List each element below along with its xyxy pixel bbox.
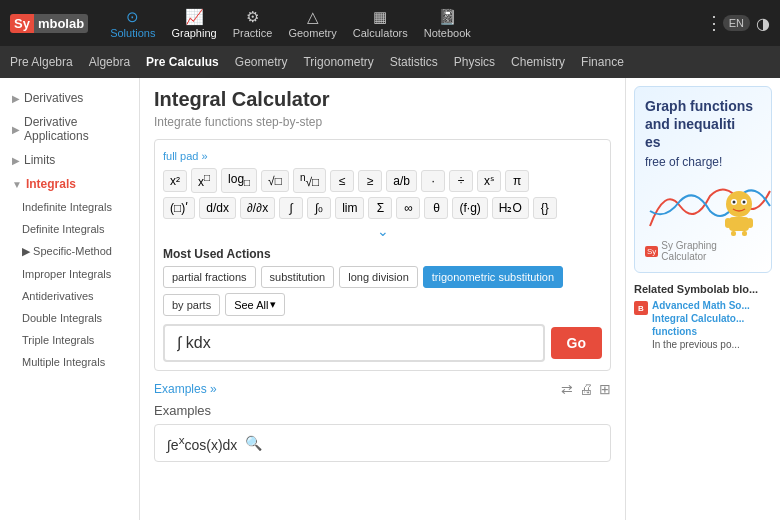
theme-toggle[interactable]: ◑ xyxy=(756,14,770,33)
svg-rect-7 xyxy=(747,218,753,228)
svg-rect-9 xyxy=(742,231,747,236)
sym-pi[interactable]: π xyxy=(505,170,529,192)
sidebar-item-multiple[interactable]: Multiple Integrals xyxy=(0,351,139,373)
graph-visual xyxy=(645,176,761,236)
svg-point-0 xyxy=(726,191,752,217)
more-menu-icon[interactable]: ⋮ xyxy=(705,12,723,34)
download-icon[interactable]: ⊞ xyxy=(599,381,611,397)
print-icon[interactable]: 🖨 xyxy=(579,381,593,397)
dropdown-arrow-icon: ▾ xyxy=(270,298,276,311)
sym-geq[interactable]: ≥ xyxy=(358,170,382,192)
action-substitution[interactable]: substitution xyxy=(261,266,335,288)
sidebar-label-antideriv: Antiderivatives xyxy=(22,290,94,302)
subject-statistics[interactable]: Statistics xyxy=(390,55,438,69)
examples-link[interactable]: Examples » xyxy=(154,382,217,396)
symbol-row-2: (□)ʹ d/dx ∂/∂x ∫ ∫₀ lim Σ ∞ θ (f·g) H₂O … xyxy=(163,197,602,219)
subject-geometry[interactable]: Geometry xyxy=(235,55,288,69)
subject-pre-calculus[interactable]: Pre Calculus xyxy=(146,55,219,69)
examples-icons: ⇄ 🖨 ⊞ xyxy=(561,381,611,397)
sym-log[interactable]: log□ xyxy=(221,168,257,192)
examples-header: Examples » ⇄ 🖨 ⊞ xyxy=(154,381,611,397)
sidebar-item-derivative-apps[interactable]: ▶ Derivative Applications xyxy=(0,110,139,148)
sidebar-item-triple[interactable]: Triple Integrals xyxy=(0,329,139,351)
nav-geometry-label: Geometry xyxy=(288,27,336,39)
nav-geometry[interactable]: △ Geometry xyxy=(288,8,336,39)
sidebar-label-multiple: Multiple Integrals xyxy=(22,356,105,368)
sym-leq[interactable]: ≤ xyxy=(330,170,354,192)
sym-inf[interactable]: ∞ xyxy=(396,197,420,219)
integral-input[interactable] xyxy=(163,324,545,362)
sidebar: ▶ Derivatives ▶ Derivative Applications … xyxy=(0,78,140,520)
notebook-icon: 📓 xyxy=(438,8,457,26)
sym-integral[interactable]: ∫ xyxy=(279,197,303,219)
sidebar-item-indefinite[interactable]: Indefinite Integrals xyxy=(0,196,139,218)
sym-div[interactable]: ÷ xyxy=(449,170,473,192)
sidebar-item-double[interactable]: Double Integrals xyxy=(0,307,139,329)
sidebar-item-specific[interactable]: ▶ Specific-Method xyxy=(0,240,139,263)
subject-trigonometry[interactable]: Trigonometry xyxy=(303,55,373,69)
sym-deriv[interactable]: (□)ʹ xyxy=(163,197,195,219)
subject-chemistry[interactable]: Chemistry xyxy=(511,55,565,69)
nav-notebook[interactable]: 📓 Notebook xyxy=(424,8,471,39)
sidebar-item-limits[interactable]: ▶ Limits xyxy=(0,148,139,172)
sym-partial[interactable]: ∂/∂x xyxy=(240,197,275,219)
subject-finance[interactable]: Finance xyxy=(581,55,624,69)
expand-symbols-button[interactable]: ⌄ xyxy=(163,223,602,239)
sym-frac[interactable]: a/b xyxy=(386,170,417,192)
sym-x2[interactable]: x² xyxy=(163,170,187,192)
nav-notebook-label: Notebook xyxy=(424,27,471,39)
subject-physics[interactable]: Physics xyxy=(454,55,495,69)
sym-defint[interactable]: ∫₀ xyxy=(307,197,331,219)
blog-item[interactable]: B Advanced Math So... Integral Calculato… xyxy=(634,299,772,351)
sym-dot[interactable]: · xyxy=(421,170,445,192)
sidebar-item-definite[interactable]: Definite Integrals xyxy=(0,218,139,240)
input-row: Go xyxy=(163,324,602,362)
subject-algebra[interactable]: Algebra xyxy=(89,55,130,69)
sym-xs[interactable]: xˢ xyxy=(477,170,501,192)
logo[interactable]: Sy mbolab xyxy=(10,14,88,33)
search-icon[interactable]: 🔍 xyxy=(245,435,262,451)
top-nav: Sy mbolab ⊙ Solutions 📈 Graphing ⚙ Pract… xyxy=(0,0,780,46)
go-button[interactable]: Go xyxy=(551,327,602,359)
nav-practice[interactable]: ⚙ Practice xyxy=(233,8,273,39)
nav-calculators[interactable]: ▦ Calculators xyxy=(353,8,408,39)
sym-braces[interactable]: {} xyxy=(533,197,557,219)
sidebar-item-antideriv[interactable]: Antiderivatives xyxy=(0,285,139,307)
sym-x0[interactable]: x□ xyxy=(191,168,217,193)
sidebar-item-integrals[interactable]: ▼ Integrals xyxy=(0,172,139,196)
sym-sum[interactable]: Σ xyxy=(368,197,392,219)
sidebar-item-derivatives[interactable]: ▶ Derivatives xyxy=(0,86,139,110)
sym-ddx[interactable]: d/dx xyxy=(199,197,236,219)
sym-nthroot[interactable]: n√□ xyxy=(293,168,326,193)
sym-fg[interactable]: (f·g) xyxy=(452,197,487,219)
graph-ad: Graph functions and inequalities free of… xyxy=(634,86,772,273)
sidebar-label-integrals: Integrals xyxy=(26,177,76,191)
sym-sqrt[interactable]: √□ xyxy=(261,170,289,192)
sidebar-label-triple: Triple Integrals xyxy=(22,334,94,346)
sidebar-label-improper: Improper Integrals xyxy=(22,268,111,280)
example-item[interactable]: ∫excos(x)dx 🔍 xyxy=(154,424,611,462)
language-toggle[interactable]: EN xyxy=(723,15,750,31)
page-wrapper: Sy mbolab ⊙ Solutions 📈 Graphing ⚙ Pract… xyxy=(0,0,780,520)
fullpad-link[interactable]: full pad » xyxy=(163,150,208,162)
sym-theta[interactable]: θ xyxy=(424,197,448,219)
see-all-button[interactable]: See All ▾ xyxy=(225,293,285,316)
blog-text: Advanced Math So... Integral Calculato..… xyxy=(652,299,772,351)
chevron-down-icon: ▼ xyxy=(12,179,22,190)
action-long-division[interactable]: long division xyxy=(339,266,418,288)
calculators-icon: ▦ xyxy=(373,8,387,26)
share-icon[interactable]: ⇄ xyxy=(561,381,573,397)
blog-icon: B xyxy=(634,301,648,315)
sidebar-item-improper[interactable]: Improper Integrals xyxy=(0,263,139,285)
chevron-right-icon: ▶ xyxy=(12,93,20,104)
nav-graphing[interactable]: 📈 Graphing xyxy=(171,8,216,39)
sym-h2o[interactable]: H₂O xyxy=(492,197,529,219)
sy-logo-small: Sy xyxy=(645,246,658,257)
action-by-parts[interactable]: by parts xyxy=(163,294,220,316)
nav-solutions[interactable]: ⊙ Solutions xyxy=(110,8,155,39)
subject-pre-algebra[interactable]: Pre Algebra xyxy=(10,55,73,69)
logo-sy: Sy xyxy=(10,14,34,33)
action-partial-fractions[interactable]: partial fractions xyxy=(163,266,256,288)
action-trig-sub[interactable]: trigonometric substitution xyxy=(423,266,563,288)
sym-lim[interactable]: lim xyxy=(335,197,364,219)
